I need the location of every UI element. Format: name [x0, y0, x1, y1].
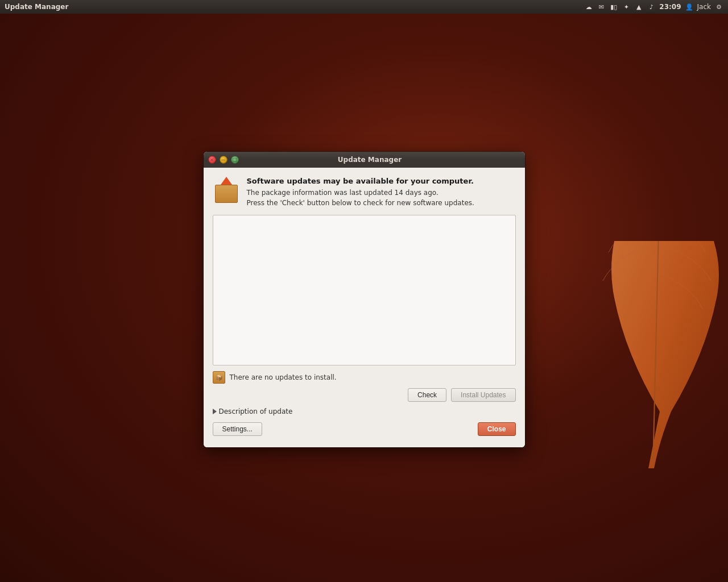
wifi-icon: ▲ — [634, 2, 643, 11]
maximize-icon: □ — [232, 157, 237, 163]
mail-icon: ✉ — [597, 2, 606, 11]
description-toggle[interactable]: Description of update — [213, 408, 516, 415]
description-label: Description of update — [219, 408, 293, 415]
sound-icon: ♪ — [647, 2, 656, 11]
info-title: Software updates may be available for yo… — [247, 177, 516, 185]
update-arrow — [221, 177, 232, 185]
top-panel: Update Manager ☁ ✉ ▮▯ ✦ ▲ ♪ 23:09 👤 Jack… — [0, 0, 728, 14]
user-icon: 👤 — [685, 2, 694, 11]
info-section: Software updates may be available for yo… — [213, 177, 516, 208]
info-desc-line1: The package information was last updated… — [247, 188, 516, 198]
status-row: 📦 There are no updates to install. — [213, 371, 516, 384]
window-minimize-button[interactable]: − — [220, 156, 228, 164]
dialog-body: Software updates may be available for yo… — [204, 168, 525, 447]
dialog-titlebar: × − □ Update Manager — [204, 152, 525, 168]
info-desc-line2: Press the 'Check' button below to check … — [247, 198, 516, 208]
action-buttons-row: Check Install Updates — [213, 388, 516, 402]
package-icon: 📦 — [216, 375, 222, 381]
status-text: There are no updates to install. — [230, 373, 337, 381]
close-button[interactable]: Close — [478, 422, 516, 436]
updates-list — [213, 215, 516, 365]
dialog-window: × − □ Update Manager Software update — [204, 152, 525, 447]
close-icon: × — [210, 157, 214, 163]
window-maximize-button[interactable]: □ — [231, 156, 239, 164]
settings-button[interactable]: Settings... — [213, 422, 262, 436]
cloud-icon: ☁ — [584, 2, 593, 11]
toggle-triangle-icon — [213, 409, 217, 414]
update-box — [215, 185, 238, 203]
panel-time: 23:09 — [659, 3, 681, 11]
panel-right: ☁ ✉ ▮▯ ✦ ▲ ♪ 23:09 👤 Jack ⚙ — [584, 2, 723, 11]
minimize-icon: − — [221, 157, 226, 163]
info-text-block: Software updates may be available for yo… — [247, 177, 516, 208]
dialog-overlay: × − □ Update Manager Software update — [0, 0, 728, 582]
install-updates-button[interactable]: Install Updates — [451, 388, 515, 402]
panel-username: Jack — [697, 3, 711, 11]
check-button[interactable]: Check — [408, 388, 446, 402]
panel-title: Update Manager — [5, 3, 584, 11]
dialog-footer: Settings... Close — [213, 422, 516, 438]
update-icon — [213, 177, 240, 204]
battery-icon: ▮▯ — [609, 2, 618, 11]
status-icon: 📦 — [213, 371, 225, 384]
settings-icon: ⚙ — [714, 2, 723, 11]
window-close-button[interactable]: × — [208, 156, 216, 164]
dialog-title: Update Manager — [242, 156, 498, 164]
bluetooth-icon: ✦ — [622, 2, 631, 11]
